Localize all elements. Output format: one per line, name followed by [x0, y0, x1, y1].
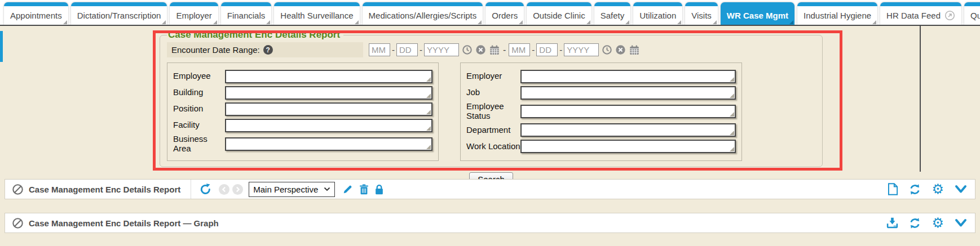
tab-orders[interactable]: Orders: [485, 2, 524, 25]
business-area-input[interactable]: [225, 137, 432, 151]
perspective-edit-group: [342, 184, 383, 195]
end-day-input[interactable]: [536, 43, 558, 56]
history-buttons: [219, 184, 243, 195]
tab-dropdown-fold-icon: [677, 20, 681, 24]
tab-dropdown-fold-icon: [713, 20, 717, 24]
tab-appointments[interactable]: Appointments: [4, 2, 68, 25]
date-separator: -: [559, 45, 562, 55]
start-year-input[interactable]: [424, 43, 459, 56]
building-input[interactable]: [225, 86, 432, 100]
gear-icon[interactable]: ⚙: [932, 182, 944, 196]
delete-trash-icon[interactable]: [359, 184, 369, 195]
forward-icon[interactable]: [232, 184, 243, 195]
panel-actions: ⚙: [887, 182, 967, 196]
gear-icon[interactable]: ⚙: [932, 216, 944, 230]
tab-label: Orders: [492, 11, 518, 20]
field-label: Employer: [466, 71, 520, 81]
employer-input[interactable]: [520, 70, 736, 83]
results-panel-header: Case Management Enc Details Report Main …: [5, 179, 975, 199]
form-row: Work Location: [466, 140, 736, 154]
tab-quality-of-care[interactable]: Quality of Care: [964, 2, 980, 25]
date-separator: -: [392, 45, 395, 55]
tab-dropdown-fold-icon: [586, 20, 590, 24]
employee-input[interactable]: [225, 70, 432, 83]
form-row: Facility: [173, 118, 432, 132]
tab-dropdown-fold-icon: [162, 20, 166, 24]
encounter-date-range-label: Encounter Date Range:: [171, 45, 260, 55]
time-picker-icon[interactable]: [462, 44, 473, 55]
panel-actions: ⚙: [886, 216, 967, 230]
tab-dropdown-fold-icon: [519, 20, 523, 24]
collapse-chevron-icon[interactable]: [955, 218, 967, 227]
calendar-icon[interactable]: [629, 44, 640, 56]
filter-columns: Employee Building Position Facility Busi…: [167, 62, 815, 161]
tab-dropdown-fold-icon: [625, 20, 629, 24]
tab-label: HR Data Feed: [886, 11, 941, 20]
help-icon[interactable]: ?: [263, 45, 273, 55]
facility-input[interactable]: [225, 119, 432, 132]
form-row: Business Area: [173, 135, 432, 154]
download-icon[interactable]: [886, 217, 898, 229]
input-frame: [520, 123, 736, 137]
perspective-select-frame: Main Perspective: [249, 182, 335, 197]
undo-icon[interactable]: [199, 183, 212, 196]
tab-industrial-hygiene[interactable]: Industrial Hygiene: [797, 2, 877, 25]
job-input[interactable]: [520, 86, 736, 100]
tab-utilization[interactable]: Utilization: [633, 2, 682, 25]
end-month-input[interactable]: [509, 43, 530, 56]
tab-label: Industrial Hygiene: [804, 11, 871, 20]
divider: [191, 180, 191, 199]
end-year-input[interactable]: [564, 43, 599, 56]
tab-medications-allergies-scripts[interactable]: Medications/Allergies/Scripts: [363, 2, 483, 25]
calendar-icon[interactable]: [489, 44, 500, 56]
refresh-icon[interactable]: [909, 217, 921, 229]
refresh-icon[interactable]: [909, 184, 921, 195]
start-month-input[interactable]: [369, 43, 390, 56]
tab-health-surveillance[interactable]: Health Surveillance: [274, 2, 359, 25]
field-label: Employee Status: [466, 102, 520, 121]
tab-dictation-transcription[interactable]: Dictation/Transcription: [71, 2, 167, 25]
collapse-chevron-icon[interactable]: [955, 185, 967, 194]
input-frame: [225, 119, 432, 132]
no-data-icon: [12, 184, 24, 195]
input-frame: [520, 70, 736, 83]
tab-dropdown-fold-icon: [213, 20, 217, 24]
field-label: Position: [173, 104, 225, 114]
new-page-icon[interactable]: [887, 183, 898, 195]
tab-wr-case-mgmt-active[interactable]: WR Case Mgmt: [721, 2, 794, 25]
perspective-select[interactable]: Main Perspective: [249, 183, 324, 196]
tab-outside-clinic[interactable]: Outside Clinic: [527, 2, 591, 25]
start-day-input[interactable]: [396, 43, 418, 56]
department-input[interactable]: [520, 123, 736, 137]
tab-label: Medications/Allergies/Scripts: [369, 11, 477, 20]
field-label: Business Area: [173, 135, 225, 154]
tab-dropdown-fold-icon: [355, 20, 359, 24]
external-link-icon[interactable]: [944, 10, 955, 21]
clear-date-icon[interactable]: [475, 44, 486, 55]
tab-label: Employer: [176, 11, 211, 20]
tab-financials[interactable]: Financials: [221, 2, 272, 25]
tab-visits[interactable]: Visits: [685, 2, 718, 25]
tab-safety[interactable]: Safety: [594, 2, 631, 25]
form-row: Job: [466, 86, 736, 100]
input-frame: [225, 70, 432, 83]
employee-status-input[interactable]: [520, 105, 736, 118]
report-form-title: Case Management Enc Details Report: [167, 29, 343, 41]
work-location-input[interactable]: [520, 140, 736, 153]
field-label: Department: [466, 126, 520, 135]
input-frame: [225, 137, 432, 151]
field-label: Employee: [173, 71, 225, 81]
edit-pencil-icon[interactable]: [342, 184, 353, 195]
tab-label: Appointments: [10, 11, 62, 20]
time-picker-icon[interactable]: [602, 44, 612, 55]
tab-label: Quality of Care: [970, 11, 980, 20]
report-fieldset: Case Management Enc Details Report Encou…: [160, 29, 823, 167]
back-icon[interactable]: [219, 184, 229, 195]
tab-hr-data-feed[interactable]: HR Data Feed: [880, 2, 961, 25]
graph-panel-header: Case Management Enc Details Report — Gra…: [5, 213, 975, 233]
tab-employer[interactable]: Employer: [170, 2, 218, 25]
clear-date-icon[interactable]: [615, 44, 626, 55]
lock-icon[interactable]: [375, 184, 383, 195]
position-input[interactable]: [225, 102, 432, 116]
input-frame: [520, 105, 736, 118]
